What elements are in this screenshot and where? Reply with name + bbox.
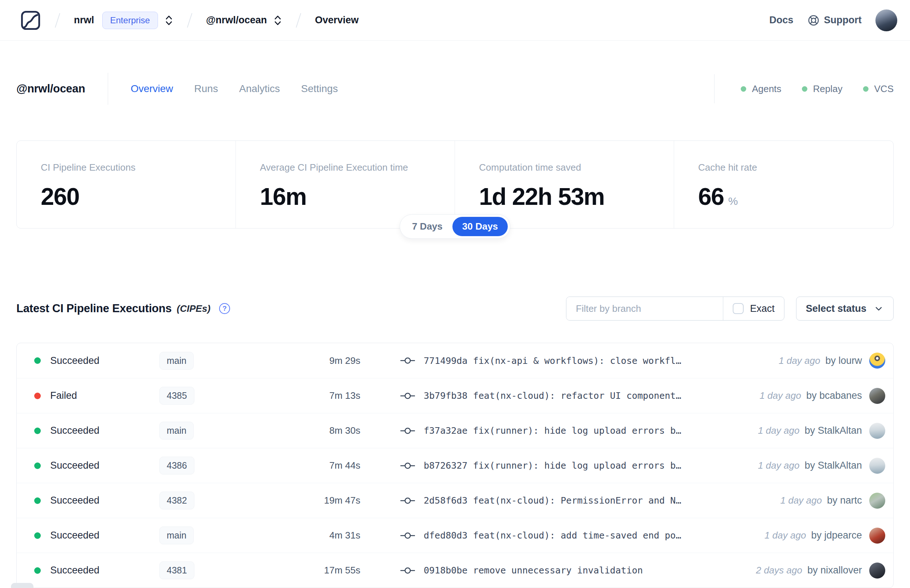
status-vcs[interactable]: VCS bbox=[863, 83, 894, 95]
breadcrumb-org[interactable]: nrwl bbox=[74, 15, 94, 26]
row-meta: 2 days ago by nixallover bbox=[756, 562, 885, 578]
cipe-table: Succeeded main 9m 29s 771499da fix(nx-ap… bbox=[16, 343, 894, 588]
cipe-row[interactable]: Succeeded 4381 17m 55s 0918b0be remove u… bbox=[17, 553, 893, 588]
branch-filter-input[interactable] bbox=[566, 297, 723, 320]
author-label: by StalkAltan bbox=[805, 425, 862, 436]
duration-label: 7m 13s bbox=[295, 390, 360, 401]
branch-filter-group: Exact bbox=[566, 297, 784, 321]
commit-text: dfed80d3 feat(nx-cloud): add time-saved … bbox=[424, 530, 681, 541]
row-meta: 1 day ago by lourw bbox=[779, 352, 885, 368]
branch-badge: 4381 bbox=[160, 561, 194, 579]
breadcrumb-separator bbox=[187, 13, 192, 27]
git-commit-icon bbox=[401, 355, 415, 366]
support-link[interactable]: Support bbox=[807, 14, 862, 27]
commit-cell: 0918b0be remove unnecessary invalidation bbox=[401, 565, 749, 576]
tab-analytics[interactable]: Analytics bbox=[239, 83, 280, 95]
tab-settings[interactable]: Settings bbox=[301, 83, 338, 95]
top-navigation-bar: nrwl Enterprise @nrwl/ocean Overview Doc… bbox=[0, 0, 910, 41]
author-avatar bbox=[869, 493, 885, 509]
help-icon[interactable]: ? bbox=[219, 303, 230, 314]
commit-text: 0918b0be remove unnecessary invalidation bbox=[424, 565, 643, 576]
author-avatar bbox=[869, 562, 885, 578]
select-status-dropdown[interactable]: Select status bbox=[796, 297, 894, 321]
breadcrumb-page: Overview bbox=[315, 15, 359, 26]
branch-badge: 4386 bbox=[160, 457, 194, 475]
exact-checkbox[interactable] bbox=[733, 303, 744, 314]
row-meta: 1 day ago by nartc bbox=[781, 493, 885, 509]
tab-overview[interactable]: Overview bbox=[131, 83, 173, 95]
row-meta: 1 day ago by bcabanes bbox=[760, 388, 885, 404]
time-ago-label: 1 day ago bbox=[758, 460, 799, 471]
cipe-section-header: Latest CI Pipeline Executions (CIPEs) ? … bbox=[0, 296, 910, 321]
cipe-row[interactable]: Succeeded main 4m 31s dfed80d3 feat(nx-c… bbox=[17, 518, 893, 553]
commit-cell: f37a32ae fix(runner): hide log upload er… bbox=[401, 425, 750, 436]
duration-label: 8m 30s bbox=[295, 425, 360, 436]
workspace-header: @nrwl/ocean Overview Runs Analytics Sett… bbox=[0, 72, 910, 105]
workspace-title: @nrwl/ocean bbox=[16, 82, 85, 95]
divider bbox=[714, 74, 714, 103]
org-switcher-chevrons-icon[interactable] bbox=[165, 14, 173, 27]
date-range-toggle: 7 Days 30 Days bbox=[400, 214, 510, 239]
range-7-days[interactable]: 7 Days bbox=[402, 217, 453, 236]
status-dot-icon bbox=[34, 393, 41, 399]
author-label: by nixallover bbox=[807, 565, 862, 576]
commit-text: 2d58f6d3 feat(nx-cloud): PermissionError… bbox=[424, 495, 681, 506]
percent-suffix: % bbox=[728, 195, 738, 207]
commit-text: 771499da fix(nx-api & workflows): close … bbox=[424, 355, 681, 366]
status-label: Succeeded bbox=[50, 460, 160, 471]
duration-label: 19m 47s bbox=[295, 495, 360, 506]
row-meta: 1 day ago by jdpearce bbox=[765, 528, 885, 544]
breadcrumb-separator bbox=[296, 13, 301, 27]
workspace-switcher-chevrons-icon[interactable] bbox=[273, 14, 282, 27]
commit-cell: 771499da fix(nx-api & workflows): close … bbox=[401, 355, 771, 366]
author-avatar bbox=[869, 352, 885, 368]
docs-link[interactable]: Docs bbox=[769, 15, 793, 26]
breadcrumb-workspace[interactable]: @nrwl/ocean bbox=[206, 15, 267, 26]
branch-badge: main bbox=[160, 422, 194, 439]
duration-label: 17m 55s bbox=[295, 565, 360, 576]
time-ago-label: 1 day ago bbox=[765, 530, 806, 541]
time-ago-label: 2 days ago bbox=[756, 565, 802, 576]
stat-cache-hit-rate: Cache hit rate 66% bbox=[674, 141, 893, 228]
range-30-days[interactable]: 30 Days bbox=[453, 217, 508, 236]
branch-badge: main bbox=[160, 352, 194, 370]
git-commit-icon bbox=[401, 460, 415, 471]
section-title-suffix: (CIPEs) bbox=[177, 303, 210, 314]
branch-badge: main bbox=[160, 527, 194, 544]
status-dot-icon bbox=[34, 532, 41, 539]
cipe-row[interactable]: Succeeded main 9m 29s 771499da fix(nx-ap… bbox=[17, 343, 893, 378]
lifebuoy-icon bbox=[807, 14, 820, 27]
git-commit-icon bbox=[401, 496, 415, 506]
cipe-row[interactable]: Failed 4385 7m 13s 3b79fb38 feat(nx-clou… bbox=[17, 378, 893, 413]
status-label: Succeeded bbox=[50, 425, 160, 436]
cipe-row[interactable]: Succeeded 4386 7m 44s b8726327 fix(runne… bbox=[17, 448, 893, 483]
cipe-row[interactable]: Succeeded 4382 19m 47s 2d58f6d3 feat(nx-… bbox=[17, 483, 893, 518]
author-avatar bbox=[869, 458, 885, 474]
git-commit-icon bbox=[401, 565, 415, 576]
cipe-row[interactable]: Succeeded main 8m 30s f37a32ae fix(runne… bbox=[17, 413, 893, 448]
commit-cell: dfed80d3 feat(nx-cloud): add time-saved … bbox=[401, 530, 757, 541]
chevron-down-icon bbox=[874, 304, 884, 313]
stat-ci-pipeline-executions: CI Pipeline Executions 260 bbox=[17, 141, 236, 228]
status-replay[interactable]: Replay bbox=[802, 83, 843, 95]
exact-label: Exact bbox=[750, 303, 774, 314]
author-avatar bbox=[869, 528, 885, 544]
commit-cell: 2d58f6d3 feat(nx-cloud): PermissionError… bbox=[401, 495, 773, 506]
git-commit-icon bbox=[401, 426, 415, 436]
author-avatar bbox=[869, 388, 885, 404]
green-dot-icon bbox=[802, 86, 807, 92]
feature-status-list: Agents Replay VCS bbox=[741, 83, 894, 95]
row-meta: 1 day ago by StalkAltan bbox=[758, 458, 885, 474]
status-agents[interactable]: Agents bbox=[741, 83, 782, 95]
status-dot-icon bbox=[34, 498, 41, 504]
author-label: by lourw bbox=[825, 355, 862, 367]
commit-text: b8726327 fix(runner): hide log upload er… bbox=[424, 460, 681, 471]
status-label: Failed bbox=[50, 390, 160, 401]
tab-runs[interactable]: Runs bbox=[194, 83, 218, 95]
nx-cloud-logo-icon[interactable] bbox=[20, 10, 41, 31]
divider bbox=[108, 73, 108, 105]
status-dot-icon bbox=[34, 357, 41, 364]
status-label: Succeeded bbox=[50, 495, 160, 506]
user-avatar[interactable] bbox=[875, 10, 897, 31]
commit-text: 3b79fb38 feat(nx-cloud): refactor UI com… bbox=[424, 391, 681, 401]
